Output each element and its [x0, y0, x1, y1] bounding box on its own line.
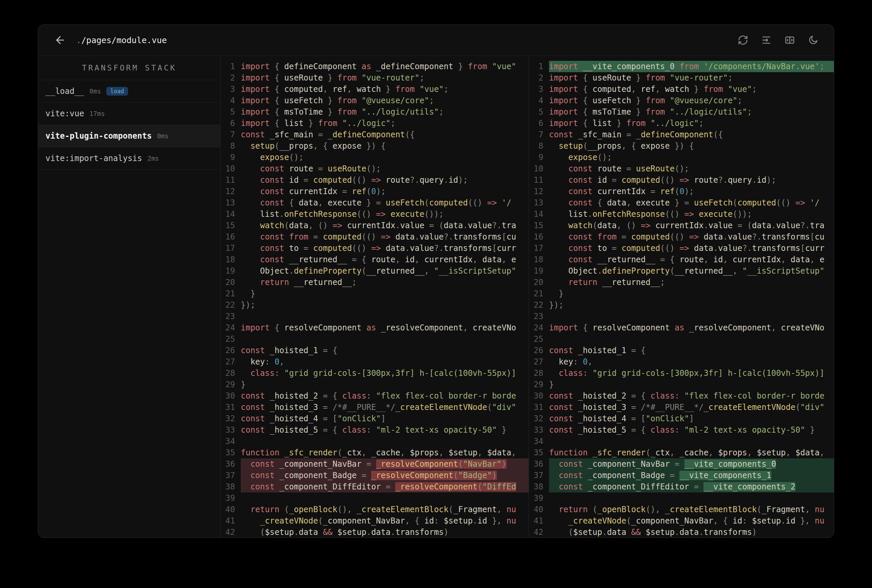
- code-text: });: [549, 299, 834, 311]
- code-line: 19 Object.defineProperty(__returned__, "…: [221, 265, 529, 277]
- sidebar-item-load[interactable]: __load__ 0ms load: [38, 80, 220, 103]
- line-number: 15: [221, 220, 241, 231]
- code-text: import __vite_components_0 from '/compon…: [549, 61, 834, 72]
- code-text: const _hoisted_2 = { class: "flex flex-c…: [549, 390, 834, 402]
- line-number: 5: [529, 106, 549, 118]
- line-number: 10: [221, 163, 241, 174]
- code-text: const currentIdx = ref(0);: [241, 186, 529, 197]
- code-line: 14 list.onFetchResponse(() => execute())…: [221, 208, 529, 220]
- plugin-name: vite:import-analysis: [45, 154, 142, 163]
- code-text: const _component_Badge = _resolveCompone…: [241, 470, 529, 481]
- code-line: 30const _hoisted_2 = { class: "flex flex…: [529, 390, 834, 402]
- code-line: 36 const _component_NavBar = _resolveCom…: [221, 458, 529, 470]
- line-number: 40: [221, 504, 241, 515]
- code-line: 36 const _component_NavBar = __vite_comp…: [529, 458, 834, 470]
- code-text: import { list } from "../logic";: [549, 118, 834, 129]
- code-line: 26const _hoisted_1 = {: [529, 345, 834, 356]
- line-number: 9: [221, 152, 241, 163]
- code-text: [549, 492, 834, 504]
- code-line: 41 _createVNode(_component_NavBar, { id:…: [221, 515, 529, 526]
- line-number: 10: [529, 163, 549, 174]
- code-text: [241, 311, 529, 322]
- line-number: 33: [221, 424, 241, 436]
- line-number: 4: [221, 95, 241, 106]
- code-line: 40 return (_openBlock(), _createElementB…: [529, 504, 834, 515]
- code-text: const to = computed(() => data.value?.tr…: [241, 243, 529, 254]
- line-number: 42: [529, 526, 549, 537]
- code-line: 13 const { data, execute } = useFetch(co…: [529, 197, 834, 208]
- header: ./pages/module.vue: [38, 25, 834, 56]
- line-number: 17: [221, 243, 241, 254]
- code-text: const _component_DiffEditor = __vite_com…: [549, 481, 834, 492]
- code-text: const id = computed(() => route?.query.i…: [241, 174, 529, 186]
- sidebar-item-vite-vue[interactable]: vite:vue 17ms: [38, 103, 220, 125]
- line-number: 17: [529, 243, 549, 254]
- line-number: 7: [529, 129, 549, 140]
- code-text: const from = computed(() => data.value?.…: [549, 231, 834, 243]
- refresh-icon[interactable]: [738, 35, 748, 45]
- code-text: const _component_Badge = __vite_componen…: [549, 470, 834, 481]
- code-line: 12 const currentIdx = ref(0);: [221, 186, 529, 197]
- line-number: 18: [221, 254, 241, 265]
- line-number: 16: [529, 231, 549, 243]
- line-number: 40: [529, 504, 549, 515]
- diff-side-by-side-icon[interactable]: [785, 35, 795, 45]
- line-number: 3: [221, 84, 241, 95]
- line-number: 6: [221, 118, 241, 129]
- code-text: import { resolveComponent as _resolveCom…: [549, 322, 834, 333]
- line-number: 26: [529, 345, 549, 356]
- code-text: [549, 333, 834, 345]
- line-number: 23: [221, 311, 241, 322]
- code-line: 34: [529, 436, 834, 447]
- line-number: 5: [221, 106, 241, 118]
- code-text: const _hoisted_4 = ["onClick"]: [549, 413, 834, 424]
- code-text: expose();: [549, 152, 834, 163]
- code-text: import { useFetch } from "@vueuse/core";: [241, 95, 529, 106]
- code-text: key: 0,: [549, 356, 834, 368]
- code-line: 17 const to = computed(() => data.value?…: [529, 243, 834, 254]
- line-number: 21: [529, 288, 549, 299]
- line-number: 12: [221, 186, 241, 197]
- code-line: 14 list.onFetchResponse(() => execute())…: [529, 208, 834, 220]
- line-number: 1: [529, 61, 549, 72]
- line-number: 39: [221, 492, 241, 504]
- code-text: const _hoisted_5 = { class: "ml-2 text-x…: [241, 424, 529, 436]
- line-number: 29: [221, 379, 241, 390]
- diff-after-panel[interactable]: 1import __vite_components_0 from '/compo…: [529, 56, 834, 537]
- code-text: return __returned__;: [549, 277, 834, 288]
- line-number: 16: [221, 231, 241, 243]
- dark-mode-toggle-icon[interactable]: [808, 35, 818, 45]
- line-number: 20: [221, 277, 241, 288]
- code-text: const { data, execute } = useFetch(compu…: [241, 197, 529, 208]
- line-number: 3: [529, 84, 549, 95]
- line-number: 36: [221, 458, 241, 470]
- code-line: 8 setup(__props, { expose }) {: [221, 140, 529, 152]
- code-line: 29}: [221, 379, 529, 390]
- line-number: 27: [221, 356, 241, 368]
- code-text: expose();: [241, 152, 529, 163]
- sidebar-item-vite-import-analysis[interactable]: vite:import-analysis 2ms: [38, 147, 220, 170]
- line-number: 22: [529, 299, 549, 311]
- sidebar-item-vite-plugin-components[interactable]: vite-plugin-components 0ms: [38, 125, 220, 147]
- code-text: function _sfc_render(_ctx, _cache, $prop…: [241, 447, 529, 458]
- line-number: 26: [221, 345, 241, 356]
- line-number: 33: [529, 424, 549, 436]
- diff-inline-icon[interactable]: [761, 35, 772, 45]
- line-number: 2: [221, 72, 241, 84]
- line-number: 9: [529, 152, 549, 163]
- code-text: list.onFetchResponse(() => execute());: [549, 208, 834, 220]
- diff-before-panel[interactable]: 1import { defineComponent as _defineComp…: [221, 56, 529, 537]
- code-text: return (_openBlock(), _createElementBloc…: [549, 504, 834, 515]
- back-arrow-icon[interactable]: [54, 34, 66, 46]
- line-number: 34: [221, 436, 241, 447]
- code-line: 41 _createVNode(_component_NavBar, { id:…: [529, 515, 834, 526]
- code-text: ($setup.data && $setup.data.transforms): [549, 526, 834, 537]
- code-line: 10 const route = useRoute();: [529, 163, 834, 174]
- code-text: const route = useRoute();: [549, 163, 834, 174]
- code-line: 9 expose();: [221, 152, 529, 163]
- inspect-window: ./pages/module.vue TRANSFORM STACK __loa…: [38, 24, 834, 538]
- line-number: 39: [529, 492, 549, 504]
- code-text: import { msToTime } from "../logic/utils…: [549, 106, 834, 118]
- code-line: 8 setup(__props, { expose }) {: [529, 140, 834, 152]
- line-number: 28: [221, 368, 241, 379]
